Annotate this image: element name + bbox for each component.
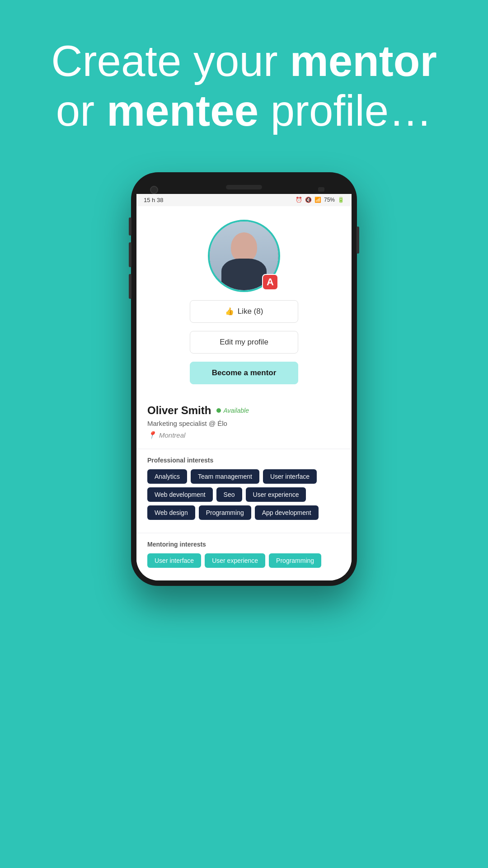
- app-badge: A: [262, 274, 278, 290]
- camera-icon: [150, 186, 158, 194]
- mute-button: [129, 217, 131, 236]
- wifi-icon: 📶: [314, 197, 321, 203]
- tag-seo[interactable]: Seo: [216, 487, 242, 502]
- availability-badge: Available: [216, 407, 249, 414]
- location-row: 📍 Montreal: [147, 431, 341, 439]
- mentoring-tag-programming[interactable]: Programming: [269, 553, 321, 568]
- person-body: [221, 259, 267, 290]
- battery-icon: 🔋: [338, 197, 344, 203]
- status-icons: ⏰ 🔇 📶 75% 🔋: [296, 197, 344, 203]
- tag-user-experience[interactable]: User experience: [246, 487, 306, 502]
- headline-text: Create your mentor or mentee profile…: [51, 36, 437, 136]
- mentoring-interests-section: Mentoring interests User interface User …: [136, 533, 352, 580]
- location-icon: 📍: [147, 431, 156, 439]
- alarm-icon: ⏰: [296, 197, 302, 203]
- mentoring-tag-user-interface[interactable]: User interface: [147, 553, 201, 568]
- tag-programming[interactable]: Programming: [199, 505, 251, 520]
- become-mentor-label: Become a mentor: [212, 368, 277, 377]
- profile-info: Oliver Smith Available Marketing special…: [136, 395, 352, 448]
- status-bar: 15 h 38 ⏰ 🔇 📶 75% 🔋: [136, 194, 352, 206]
- headline-part1: Create your: [51, 37, 290, 85]
- speaker: [226, 185, 262, 189]
- profile-section: A 👍 Like (8) Edit my profile Become: [136, 206, 352, 395]
- tag-user-interface[interactable]: User interface: [263, 469, 317, 484]
- location-text: Montreal: [159, 431, 185, 439]
- tag-web-design[interactable]: Web design: [147, 505, 195, 520]
- power-button: [357, 226, 359, 254]
- like-label: Like (8): [238, 307, 263, 316]
- mentoring-interests-title: Mentoring interests: [147, 541, 341, 548]
- mentoring-tag-user-experience[interactable]: User experience: [205, 553, 265, 568]
- phone-screen: 15 h 38 ⏰ 🔇 📶 75% 🔋: [136, 194, 352, 580]
- tag-team-management[interactable]: Team management: [191, 469, 259, 484]
- status-time: 15 h 38: [144, 197, 163, 203]
- professional-tags-container: Analytics Team management User interface…: [147, 469, 341, 520]
- tag-app-development[interactable]: App development: [255, 505, 319, 520]
- job-title: Marketing specialist @ Élo: [147, 420, 341, 427]
- availability-dot: [216, 408, 221, 413]
- user-name-row: Oliver Smith Available: [147, 404, 341, 417]
- headline-part2: or: [56, 86, 107, 135]
- professional-interests-section: Professional interests Analytics Team ma…: [136, 449, 352, 533]
- phone-top: [136, 178, 352, 194]
- thumbs-icon: 👍: [225, 307, 234, 316]
- phone-mockup: 15 h 38 ⏰ 🔇 📶 75% 🔋: [131, 172, 357, 586]
- phone-wrapper: 15 h 38 ⏰ 🔇 📶 75% 🔋: [131, 172, 357, 586]
- headline-mentee: mentee: [107, 86, 258, 135]
- user-name: Oliver Smith: [147, 404, 211, 417]
- volume-down-button: [129, 274, 131, 299]
- edit-profile-button[interactable]: Edit my profile: [190, 331, 298, 354]
- sensor: [318, 187, 324, 192]
- volume-up-button: [129, 242, 131, 267]
- page-container: Create your mentor or mentee profile… 15…: [0, 0, 488, 868]
- edit-profile-label: Edit my profile: [220, 338, 268, 347]
- tag-analytics[interactable]: Analytics: [147, 469, 187, 484]
- tag-web-development[interactable]: Web development: [147, 487, 213, 502]
- headline-mentor: mentor: [290, 37, 436, 85]
- battery-level: 75%: [324, 197, 335, 203]
- headline-part3: profile…: [258, 86, 432, 135]
- badge-letter: A: [267, 276, 274, 288]
- professional-interests-title: Professional interests: [147, 457, 341, 464]
- avatar-container: A: [208, 220, 280, 292]
- mentoring-tags-container: User interface User experience Programmi…: [147, 553, 341, 568]
- like-button[interactable]: 👍 Like (8): [190, 300, 298, 323]
- become-mentor-button[interactable]: Become a mentor: [190, 362, 298, 384]
- headline-section: Create your mentor or mentee profile…: [24, 36, 464, 136]
- mute-icon: 🔇: [305, 197, 312, 203]
- person-head: [231, 232, 257, 262]
- availability-text: Available: [223, 407, 249, 414]
